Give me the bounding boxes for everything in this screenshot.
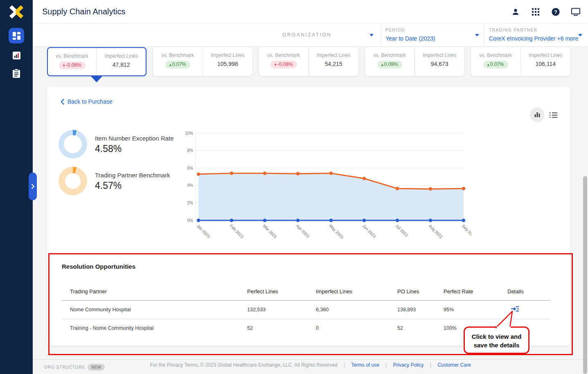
imperfect-lines-label: Imperfect Lines [423,52,456,58]
list-icon [549,111,558,120]
benchmark-pill: ▾-0.06% [59,61,86,69]
table-header-row: Trading Partner Perfect Lines Imperfect … [62,283,550,300]
apps-grid-icon [532,8,540,16]
trading-partner-filter-label: TRADING PARTNER [489,28,538,32]
x-logo-icon [9,5,24,18]
svg-text:Jan 2023: Jan 2023 [196,224,211,239]
imperfect-lines-value: 54,215 [325,61,342,67]
benchmark-label: vs. Benchmark [480,52,512,58]
cell-po-lines: 138,893 [397,300,444,319]
help-button[interactable]: ? [551,7,561,17]
col-po-lines: PO Lines [397,283,444,300]
col-details: Details [507,283,550,300]
benchmark-half: vs. Benchmark ▾-0.08% [259,47,309,76]
footer-separator: | [385,362,387,368]
svg-text:?: ? [554,9,557,15]
svg-text:6%: 6% [187,166,194,170]
svg-text:Jul 2023: Jul 2023 [395,224,409,238]
list-view-toggle-button[interactable] [549,111,558,120]
trading-partner-filter[interactable]: TRADING PARTNER CoreX eInvoicing Provide… [484,23,588,47]
benchmark-pill: ▴0.07% [165,61,190,68]
cell-po-lines: 52 [397,319,444,337]
trend-up-icon: ▴ [381,62,383,67]
page-title: Supply Chain Analytics [42,0,125,23]
callout-tail-pointer [489,308,522,329]
callout-text-line2: save the details [465,341,528,349]
svg-text:8%: 8% [187,148,194,153]
svg-text:0%: 0% [187,218,194,223]
chevron-down-icon [578,34,582,36]
benchmark-donut [59,167,87,195]
user-profile-button[interactable] [511,7,520,17]
bar-chart-icon [534,111,541,118]
metric-card-5[interactable]: vs. Benchmark ▴0.07% Imperfect Lines 106… [471,47,570,76]
vertical-scrollbar-thumb[interactable] [583,176,587,374]
report-chart-icon [12,51,21,60]
cell-imperfect-lines: 6,360 [316,300,397,319]
filter-bar: ORGANIZATION PERIOD Year to Date (2023) … [33,23,588,47]
organization-filter[interactable]: ORGANIZATION [278,23,381,47]
cell-perfect-lines: 52 [247,319,316,337]
top-header: Supply Chain Analytics [33,0,588,23]
svg-text:Sep 2023: Sep 2023 [461,224,471,239]
benchmark-label: vs. Benchmark [374,52,406,58]
donut-hole [64,135,82,153]
svg-text:Apr 2023: Apr 2023 [295,224,311,239]
app-root: Supply Chain Analytics [0,0,588,374]
privacy-policy-link[interactable]: Privacy Policy [393,362,424,368]
sidebar-item-dashboard[interactable] [9,28,24,43]
metric-card-1[interactable]: vs. Benchmark ▾-0.06% Imperfect Lines 47… [47,47,146,76]
lines-half: Imperfect Lines 106,114 [521,47,571,76]
svg-text:Mar 2023: Mar 2023 [262,224,278,239]
clipboard-icon [12,69,20,78]
person-icon [511,7,520,16]
svg-text:Aug 2023: Aug 2023 [428,224,444,239]
col-perfect-lines: Perfect Lines [247,283,316,300]
trend-up-icon: ▴ [487,62,489,67]
sidebar-item-reports[interactable] [9,48,24,63]
chevron-right-icon [31,184,35,189]
cell-imperfect-lines: 0 [316,319,397,337]
back-to-purchase-link[interactable]: Back to Purchase [61,98,113,105]
callout-text-line1: Click to view and [465,332,528,341]
detail-panel: Back to Purchase Item Number Exc [47,87,570,346]
benchmark-half: vs. Benchmark ▴0.07% [471,47,521,76]
benchmark-block: Trading Partner Benchmark 4.57% [95,172,170,191]
exception-rate-value: 4.58% [95,143,174,154]
svg-text:Feb 2023: Feb 2023 [229,224,245,239]
col-perfect-rate: Perfect Rate [444,283,507,300]
lines-half: Imperfect Lines 47,812 [97,48,146,75]
sidebar-item-tasks[interactable] [9,66,24,81]
svg-text:2%: 2% [187,201,194,205]
benchmark-pill: ▴0.09% [377,61,402,68]
imperfect-lines-label: Imperfect Lines [211,52,244,58]
display-mode-button[interactable] [571,7,581,17]
chart-view-toggle-button[interactable] [530,107,545,122]
imperfect-lines-value: 47,812 [113,61,130,68]
trend-chart: 0%2%4%6%8%10%Jan 2023Feb 2023Mar 2023Apr… [180,129,471,249]
terms-of-use-link[interactable]: Terms of use [351,362,379,368]
metric-card-2[interactable]: vs. Benchmark ▴0.07% Imperfect Lines 105… [153,47,252,76]
annotation-callout: Click to view and save the details [464,326,529,354]
brand-logo[interactable] [0,0,33,24]
imperfect-lines-label: Imperfect Lines [317,52,350,58]
exception-rate-block: Item Number Exception Rate 4.58% [95,135,174,154]
selected-card-pointer [91,76,102,82]
table-row: Nome Community Hospital 132,533 6,360 13… [62,300,550,319]
trading-partner-filter-value: CoreX eInvoicing Provider +6 more [489,35,578,42]
monitor-icon [571,7,581,16]
customer-care-link[interactable]: Customer Care [437,362,471,368]
period-filter[interactable]: PERIOD Year to Date (2023) [381,23,484,47]
sidebar-expand-button[interactable] [29,172,37,200]
apps-menu-button[interactable] [531,7,541,17]
imperfect-lines-label: Imperfect Lines [104,53,138,59]
footer-legal: For the Privacy Terms, © 2023 Global Hea… [33,362,588,368]
copyright-text: For the Privacy Terms, © 2023 Global Hea… [150,362,337,368]
metric-card-3[interactable]: vs. Benchmark ▾-0.08% Imperfect Lines 54… [259,47,358,76]
benchmark-label: vs. Benchmark [56,53,88,59]
chevron-down-icon [369,34,374,36]
imperfect-lines-label: Imperfect Lines [529,52,562,58]
benchmark-half: vs. Benchmark ▾-0.06% [48,48,97,75]
metric-card-4[interactable]: vs. Benchmark ▴0.09% Imperfect Lines 94,… [365,47,464,76]
trend-up-icon: ▴ [169,62,171,67]
